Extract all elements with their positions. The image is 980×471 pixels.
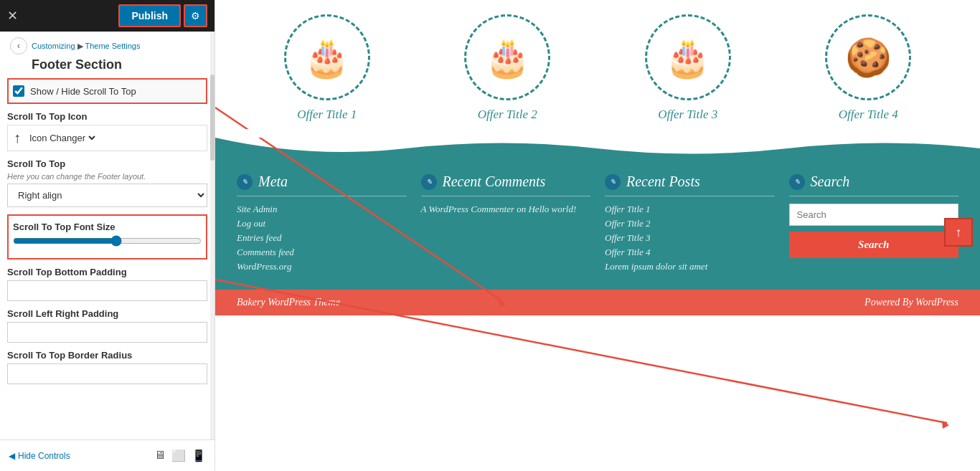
bottom-padding-group: Scroll Top Bottom Padding (7, 267, 207, 301)
bottom-bar: ◀ Hide Controls 🖥 ⬜ 📱 (0, 439, 215, 471)
font-size-slider[interactable] (13, 235, 202, 247)
left-right-padding-input[interactable] (7, 322, 207, 343)
border-radius-label: Scroll To Top Border Radius (7, 350, 207, 361)
footer-search-input[interactable] (789, 204, 959, 226)
close-button[interactable]: ✕ (7, 8, 18, 24)
offer-item-2: 🎂 Offer Title 2 (464, 14, 550, 122)
hide-controls-icon: ◀ (9, 451, 15, 461)
footer-col-search-title: ✎ Search (789, 173, 959, 196)
preview-footer-bar: Bakery WordPress Theme Powered By WordPr… (215, 290, 980, 315)
footer-link-post2[interactable]: Offer Title 2 (605, 218, 775, 229)
scroll-thumb (210, 75, 215, 161)
footer-col-meta-label: Meta (258, 173, 288, 190)
offer-circle-1: 🎂 (284, 14, 370, 100)
footer-col-comments-title: ✎ Recent Comments (421, 173, 591, 196)
border-radius-input[interactable] (7, 363, 207, 384)
footer-section: ✎ Meta Site Admin Log out Entries feed C… (215, 159, 980, 290)
footer-link-wordpress[interactable]: WordPress.org (237, 261, 407, 272)
left-right-padding-group: Scroll Left Right Padding (7, 308, 207, 343)
offer-circle-4: 🍪 (825, 14, 911, 100)
bottom-padding-label: Scroll Top Bottom Padding (7, 267, 207, 277)
svg-marker-3 (942, 421, 949, 429)
footer-col-search-label: Search (811, 173, 850, 190)
breadcrumb-theme-settings[interactable]: Theme Settings (85, 42, 140, 50)
edit-search-icon[interactable]: ✎ (789, 174, 805, 190)
section-title: Footer Section (0, 56, 215, 78)
footer-link-entries[interactable]: Entries feed (237, 232, 407, 244)
wave-top-spacer (215, 129, 980, 138)
footer-col-posts-label: Recent Posts (626, 173, 700, 190)
footer-link-site-admin[interactable]: Site Admin (237, 204, 407, 215)
edit-meta-icon[interactable]: ✎ (237, 174, 253, 190)
footer-link-post3[interactable]: Offer Title 3 (605, 232, 775, 244)
offer-icon-2: 🎂 (484, 36, 531, 80)
gear-button[interactable]: ⚙ (184, 4, 207, 27)
offer-title-3: Offer Title 3 (658, 108, 717, 122)
device-icons: 🖥 ⬜ 📱 (154, 449, 206, 462)
breadcrumb-customizing[interactable]: Customizing (32, 42, 75, 50)
panel-scroll[interactable]: Show / Hide Scroll To Top Scroll To Top … (0, 78, 215, 439)
left-panel: ✕ Publish ⚙ ‹ Customizing ▶ Theme Settin… (0, 0, 215, 471)
scroll-to-top-button[interactable]: ↑ (944, 218, 973, 247)
edit-comments-icon[interactable]: ✎ (421, 174, 437, 190)
breadcrumb: Customizing ▶ Theme Settings (32, 42, 141, 51)
footer-link-post4[interactable]: Offer Title 4 (605, 247, 775, 258)
left-right-padding-label: Scroll Left Right Padding (7, 308, 207, 319)
bottom-padding-input[interactable] (7, 280, 207, 301)
wave-svg (215, 138, 980, 159)
breadcrumb-area: ‹ Customizing ▶ Theme Settings (0, 32, 215, 56)
font-size-section: Scroll To Top Font Size (7, 214, 207, 260)
font-size-label: Scroll To Top Font Size (13, 222, 202, 232)
show-hide-row: Show / Hide Scroll To Top (7, 78, 207, 104)
top-bar: ✕ Publish ⚙ (0, 0, 215, 32)
footer-col-comments-label: Recent Comments (443, 173, 546, 190)
border-radius-group: Scroll To Top Border Radius (7, 350, 207, 384)
scroll-indicator (210, 32, 215, 439)
footer-bar-left: Bakery WordPress Theme (237, 297, 340, 308)
scroll-top-icon-label: Scroll To Top Icon (7, 111, 207, 122)
icon-select-row: ↑ Icon Changer (7, 125, 207, 151)
footer-link-logout[interactable]: Log out (237, 218, 407, 229)
offer-item-3: 🎂 Offer Title 3 (645, 14, 731, 122)
up-arrow-icon: ↑ (14, 130, 21, 146)
footer-col-meta: ✎ Meta Site Admin Log out Entries feed C… (237, 173, 407, 275)
footer-col-search: ✎ Search Search (789, 173, 959, 275)
offer-title-2: Offer Title 2 (478, 108, 537, 122)
footer-link-comments[interactable]: Comments feed (237, 247, 407, 258)
scroll-top-icon-group: Scroll To Top Icon ↑ Icon Changer (7, 111, 207, 151)
offer-icon-4: 🍪 (845, 36, 892, 80)
show-hide-checkbox[interactable] (13, 85, 24, 97)
offer-item-1: 🎂 Offer Title 1 (284, 14, 370, 122)
offer-title-1: Offer Title 1 (297, 108, 357, 122)
offer-circle-2: 🎂 (464, 14, 550, 100)
offer-icon-3: 🎂 (664, 36, 711, 80)
footer-col-posts-title: ✎ Recent Posts (605, 173, 775, 196)
footer-col-comments: ✎ Recent Comments A WordPress Commenter … (421, 173, 591, 275)
publish-area: Publish ⚙ (118, 4, 207, 27)
desktop-icon[interactable]: 🖥 (154, 449, 166, 462)
hide-controls-label: Hide Controls (18, 451, 70, 461)
publish-button[interactable]: Publish (118, 4, 181, 27)
offers-section: 🎂 Offer Title 1 🎂 Offer Title 2 🎂 Offer … (215, 0, 980, 129)
offer-item-4: 🍪 Offer Title 4 (825, 14, 911, 122)
edit-posts-icon[interactable]: ✎ (605, 174, 621, 190)
layout-sublabel: Here you can change the Footer layout. (7, 172, 207, 181)
tablet-icon[interactable]: ⬜ (171, 449, 186, 462)
back-button[interactable]: ‹ (10, 37, 27, 54)
align-select[interactable]: Right align (7, 184, 207, 207)
footer-col-posts: ✎ Recent Posts Offer Title 1 Offer Title… (605, 173, 775, 275)
mobile-icon[interactable]: 📱 (192, 449, 206, 462)
footer-link-post1[interactable]: Offer Title 1 (605, 204, 775, 215)
footer-link-lorem[interactable]: Lorem ipsum dolor sit amet (605, 261, 775, 272)
offer-title-4: Offer Title 4 (839, 108, 898, 122)
main-preview: 🎂 Offer Title 1 🎂 Offer Title 2 🎂 Offer … (215, 0, 980, 471)
footer-link-commenter[interactable]: A WordPress Commenter on Hello world! (421, 204, 591, 215)
footer-col-meta-title: ✎ Meta (237, 173, 407, 196)
icon-changer-select[interactable]: Icon Changer (27, 132, 98, 144)
scroll-to-top-group: Scroll To Top Here you can change the Fo… (7, 158, 207, 207)
preview-content: 🎂 Offer Title 1 🎂 Offer Title 2 🎂 Offer … (215, 0, 980, 471)
footer-bar-right: Powered By WordPress (864, 297, 958, 308)
offer-circle-3: 🎂 (645, 14, 731, 100)
hide-controls-button[interactable]: ◀ Hide Controls (9, 451, 70, 461)
footer-search-button[interactable]: Search (789, 232, 959, 258)
